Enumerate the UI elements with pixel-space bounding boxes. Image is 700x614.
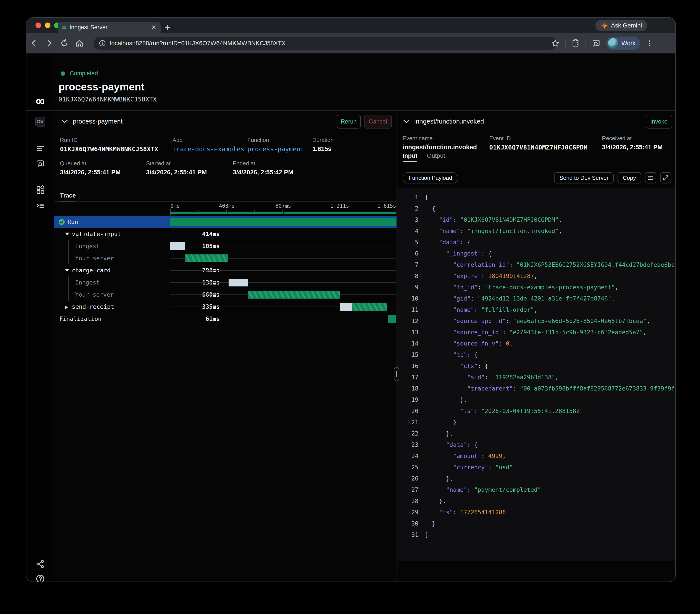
forward-icon[interactable] (41, 39, 57, 48)
sidebar-item-apps[interactable] (26, 185, 54, 194)
trace-row-finalization[interactable]: Finalization61ms (54, 313, 397, 325)
sidebar-item-runs[interactable] (26, 144, 54, 153)
line-number: 4 (397, 226, 418, 237)
sidebar-item-events[interactable] (26, 159, 54, 168)
env-badge[interactable]: DV (35, 117, 45, 127)
tabs-divider (397, 162, 676, 162)
chevron-down-icon[interactable] (65, 233, 69, 235)
browser-tab[interactable]: ∞ Inngest Server ✕ (58, 22, 161, 33)
chevron-right-icon[interactable] (65, 305, 68, 310)
field-value: 01KJX6Q7V81N4DMZ7HFJ0CGPDM (489, 144, 587, 151)
tab-input[interactable]: Input (403, 152, 417, 159)
field-value-link[interactable]: process-payment (247, 145, 304, 153)
tab-title: Inngest Server (70, 24, 148, 31)
panel-resize-handle[interactable] (394, 367, 399, 381)
code-line: 14 "source_fn_v": 0, (397, 338, 676, 349)
code-line: 30 } (397, 518, 676, 529)
trace-row-your-server[interactable]: Your server309ms (54, 252, 397, 264)
trace-row-chart (170, 240, 396, 252)
code-text: }, (418, 428, 453, 439)
trace-minimap[interactable] (170, 212, 396, 214)
avatar (608, 38, 618, 49)
field-value: 1.615s (312, 145, 332, 153)
bookmark-star-icon[interactable] (551, 39, 560, 48)
run-status: Completed (61, 70, 98, 77)
line-number: 21 (397, 417, 418, 428)
browser-tab-strip: ∞ Inngest Server ✕ + Ask Gemini (26, 18, 675, 33)
trace-row-chart (170, 228, 396, 240)
code-line: 6 "_inngest": { (397, 248, 676, 259)
invoke-button[interactable]: Invoke (646, 115, 672, 128)
back-icon[interactable] (26, 39, 41, 48)
info-icon[interactable] (99, 40, 106, 47)
trace-row-your-server[interactable]: Your server660ms (54, 289, 397, 301)
axis-tick-label: 0ms (170, 203, 180, 209)
sidebar-item-dev-tools[interactable] (26, 201, 54, 210)
tab-trace[interactable]: Trace (60, 192, 76, 199)
line-number: 11 (397, 304, 418, 316)
field-label: Event ID (489, 135, 511, 142)
code-line: 29 "ts": 1772654141288 (397, 507, 676, 518)
trace-row-inngest[interactable]: Inngest138ms (54, 277, 397, 289)
code-text: "data": { (418, 237, 471, 248)
code-text: "correlation_id": "01KJX6P53EB6C2752XGSE… (418, 259, 676, 270)
home-icon[interactable] (72, 39, 87, 48)
chevron-down-icon[interactable] (61, 118, 68, 124)
trace-row-inngest[interactable]: Inngest105ms (54, 240, 397, 252)
rerun-button[interactable]: Rerun (337, 115, 361, 128)
line-number: 6 (397, 248, 418, 259)
extensions-icon[interactable] (571, 39, 580, 48)
new-tab-icon[interactable]: + (165, 23, 170, 33)
code-line: 1[ (397, 192, 676, 203)
function-payload-pill[interactable]: Function Payload (403, 172, 458, 183)
browser-window: ∞ Inngest Server ✕ + Ask Gemini (26, 17, 676, 582)
tab-output[interactable]: Output (427, 152, 445, 159)
trace-row-charge-card[interactable]: charge-card798ms (54, 264, 397, 277)
close-icon[interactable]: ✕ (151, 24, 156, 31)
more-menu-icon[interactable] (646, 39, 654, 48)
ask-gemini-button[interactable]: Ask Gemini (596, 20, 647, 31)
cancel-button[interactable]: Cancel (364, 115, 392, 128)
code-text: "sid": "119282aa29b3d138", (418, 372, 559, 383)
chevron-down-icon[interactable] (65, 269, 69, 272)
wrap-text-button[interactable] (645, 172, 656, 183)
trace-row-send-receipt[interactable]: send-receipt335ms (54, 301, 397, 313)
copy-button[interactable]: Copy (617, 172, 641, 183)
payload-code-viewer[interactable]: 1[2 {3 "id": "01KJX6Q7V81N4DMZ7HFJ0CGPDM… (397, 188, 676, 561)
sidebar-item-help[interactable] (26, 574, 54, 582)
chevron-down-icon[interactable] (403, 118, 410, 124)
line-number: 5 (397, 237, 418, 248)
execution-span-bar (185, 254, 228, 262)
tab-search-icon[interactable] (591, 39, 601, 48)
execution-span-bar (388, 315, 396, 323)
inngest-span-bar (340, 303, 352, 311)
trace-row-validate-input[interactable]: validate-input414ms (54, 228, 397, 240)
reload-icon[interactable] (57, 39, 72, 48)
sidebar-item-share[interactable] (26, 559, 54, 569)
trace-row-label: Inngest (75, 277, 100, 289)
profile-button[interactable]: Work (606, 37, 640, 50)
trace-row-run[interactable]: Run1.615s (54, 216, 397, 228)
toolbar-separator (586, 39, 586, 48)
field-value: 3/4/2026, 2:55:41 PM (602, 144, 663, 151)
minimap-tick (340, 212, 340, 214)
code-line: 2 { (397, 203, 676, 214)
axis-tick-label: 1.615s (377, 203, 396, 209)
trace-row-label: Your server (75, 289, 114, 301)
payload-toolbar: Send to Dev Server Copy (554, 172, 672, 183)
field-value-link[interactable]: trace-docs-examples (173, 145, 245, 153)
inngest-favicon-icon: ∞ (62, 24, 66, 31)
send-to-dev-server-button[interactable]: Send to Dev Server (554, 172, 614, 183)
url-bar[interactable]: localhost:8288/run?runID=01KJX6Q7W64NMKM… (93, 37, 557, 50)
code-line: 20 "ts": "2026-03-04T19:55:41.288158Z" (397, 406, 676, 417)
window-minimize-button[interactable] (45, 23, 50, 28)
line-number: 23 (397, 439, 418, 450)
line-number: 30 (397, 518, 418, 529)
expand-icon (663, 175, 669, 181)
expand-button[interactable] (660, 172, 672, 183)
trace-row-baseline (170, 246, 396, 246)
window-close-button[interactable] (36, 23, 41, 28)
status-label: Completed (70, 70, 98, 77)
event-tabs: InputOutput (403, 152, 445, 159)
code-line: 9 "fn_id": "trace-docs-examples-process-… (397, 282, 676, 293)
